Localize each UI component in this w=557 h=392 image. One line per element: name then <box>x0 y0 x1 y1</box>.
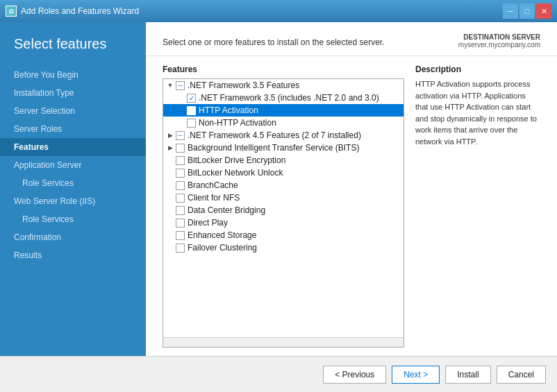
feature-label-1: .NET Framework 3.5 (includes .NET 2.0 an… <box>199 93 379 103</box>
feature-label-3: Non-HTTP Activation <box>199 118 276 128</box>
sidebar: Select features Before You BeginInstalla… <box>0 22 146 356</box>
checkbox-10[interactable] <box>176 206 185 215</box>
previous-button[interactable]: < Previous <box>323 366 386 384</box>
feature-item-1[interactable]: .NET Framework 3.5 (includes .NET 2.0 an… <box>163 92 404 104</box>
next-button[interactable]: Next > <box>392 366 440 384</box>
checkbox-8[interactable] <box>176 181 185 190</box>
checkbox-3[interactable] <box>187 119 196 128</box>
checkbox-0[interactable] <box>176 81 185 90</box>
sidebar-title: Select features <box>0 36 146 66</box>
checkbox-11[interactable] <box>176 219 185 228</box>
feature-item-3[interactable]: Non-HTTP Activation <box>163 117 404 129</box>
checkbox-4[interactable] <box>176 131 185 140</box>
sidebar-item-7[interactable]: Web Server Role (IIS) <box>0 192 146 210</box>
description-section: Description HTTP Activation supports pro… <box>415 65 540 348</box>
expand-arrow-2 <box>177 106 185 114</box>
feature-item-2[interactable]: HTTP Activation <box>163 104 404 117</box>
panel-header-right: DESTINATION SERVER myserver.mycompany.co… <box>458 33 540 49</box>
checkbox-2[interactable] <box>187 106 196 115</box>
expand-arrow-6 <box>166 156 174 164</box>
panel-header: Select one or more features to install o… <box>146 22 557 56</box>
checkbox-6[interactable] <box>176 156 185 165</box>
feature-item-11[interactable]: Direct Play <box>163 216 404 229</box>
checkbox-9[interactable] <box>176 194 185 203</box>
title-bar: ⚙ Add Roles and Features Wizard ─ □ ✕ <box>0 0 557 22</box>
features-section: Features ▼.NET Framework 3.5 Features.NE… <box>163 65 404 348</box>
footer: < Previous Next > Install Cancel <box>0 356 557 392</box>
expand-arrow-5[interactable]: ▶ <box>166 144 174 152</box>
feature-label-4: .NET Framework 4.5 Features (2 of 7 inst… <box>188 130 361 140</box>
description-label: Description <box>415 65 540 74</box>
feature-label-7: BitLocker Network Unlock <box>188 168 283 178</box>
feature-item-4[interactable]: ▶.NET Framework 4.5 Features (2 of 7 ins… <box>163 129 404 142</box>
expand-arrow-10 <box>166 206 174 214</box>
feature-label-0: .NET Framework 3.5 Features <box>188 80 299 90</box>
expand-arrow-4[interactable]: ▶ <box>166 131 174 139</box>
title-bar-left: ⚙ Add Roles and Features Wizard <box>6 6 139 17</box>
sidebar-item-10[interactable]: Results <box>0 246 146 264</box>
expand-arrow-12 <box>166 231 174 239</box>
feature-item-7[interactable]: BitLocker Network Unlock <box>163 167 404 179</box>
expand-arrow-11 <box>166 219 174 227</box>
feature-item-8[interactable]: BranchCache <box>163 179 404 191</box>
feature-label-11: Direct Play <box>188 218 228 228</box>
features-label: Features <box>163 65 404 74</box>
feature-label-13: Failover Clustering <box>188 243 257 253</box>
features-list[interactable]: ▼.NET Framework 3.5 Features.NET Framewo… <box>163 79 404 337</box>
feature-item-12[interactable]: Enhanced Storage <box>163 229 404 241</box>
sidebar-item-1[interactable]: Installation Type <box>0 84 146 102</box>
checkbox-13[interactable] <box>176 244 185 253</box>
destination-label: DESTINATION SERVER <box>458 33 540 41</box>
feature-label-10: Data Center Bridging <box>188 205 265 215</box>
horizontal-scrollbar[interactable] <box>163 337 404 347</box>
sidebar-item-4[interactable]: Features <box>0 138 146 156</box>
expand-arrow-1 <box>177 94 185 102</box>
install-button[interactable]: Install <box>445 366 490 384</box>
feature-label-8: BranchCache <box>188 180 238 190</box>
expand-arrow-0[interactable]: ▼ <box>166 81 174 90</box>
feature-label-12: Enhanced Storage <box>188 230 256 240</box>
checkbox-7[interactable] <box>176 169 185 178</box>
expand-arrow-8 <box>166 181 174 189</box>
checkbox-12[interactable] <box>176 231 185 240</box>
feature-item-6[interactable]: BitLocker Drive Encryption <box>163 154 404 167</box>
minimize-button[interactable]: ─ <box>503 3 518 19</box>
title-bar-title: Add Roles and Features Wizard <box>21 6 139 16</box>
expand-arrow-3 <box>177 119 185 127</box>
feature-label-9: Client for NFS <box>188 193 240 203</box>
sidebar-item-2[interactable]: Server Selection <box>0 102 146 120</box>
feature-label-2: HTTP Activation <box>199 105 258 115</box>
wizard-icon: ⚙ <box>6 6 17 17</box>
feature-item-10[interactable]: Data Center Bridging <box>163 204 404 216</box>
feature-label-5: Background Intelligent Transfer Service … <box>188 143 359 153</box>
checkbox-5[interactable] <box>176 144 185 153</box>
cancel-button[interactable]: Cancel <box>497 366 546 384</box>
sidebar-item-9[interactable]: Confirmation <box>0 228 146 246</box>
feature-item-0[interactable]: ▼.NET Framework 3.5 Features <box>163 79 404 92</box>
expand-arrow-7 <box>166 169 174 177</box>
expand-arrow-13 <box>166 244 174 252</box>
destination-server: myserver.mycompany.com <box>458 41 540 49</box>
maximize-button[interactable]: □ <box>519 3 535 19</box>
feature-item-13[interactable]: Failover Clustering <box>163 241 404 254</box>
features-list-container: ▼.NET Framework 3.5 Features.NET Framewo… <box>163 78 404 348</box>
panel-instruction: Select one or more features to install o… <box>163 37 385 47</box>
panel-header-left: Select one or more features to install o… <box>163 33 385 47</box>
checkbox-1[interactable] <box>187 94 196 103</box>
close-button[interactable]: ✕ <box>536 3 551 19</box>
expand-arrow-9 <box>166 194 174 202</box>
content-area: Select features Before You BeginInstalla… <box>0 22 557 356</box>
feature-label-6: BitLocker Drive Encryption <box>188 155 285 165</box>
sidebar-item-0[interactable]: Before You Begin <box>0 66 146 84</box>
sidebar-item-3[interactable]: Server Roles <box>0 120 146 138</box>
feature-item-5[interactable]: ▶Background Intelligent Transfer Service… <box>163 142 404 154</box>
description-text: HTTP Activation supports process activat… <box>415 78 540 147</box>
sidebar-item-5[interactable]: Application Server <box>0 156 146 174</box>
feature-item-9[interactable]: Client for NFS <box>163 191 404 204</box>
sidebar-item-6[interactable]: Role Services <box>0 174 146 192</box>
title-bar-buttons: ─ □ ✕ <box>503 3 551 19</box>
panel-body: Features ▼.NET Framework 3.5 Features.NE… <box>146 56 557 356</box>
sidebar-item-8[interactable]: Role Services <box>0 210 146 228</box>
main-container: Select features Before You BeginInstalla… <box>0 22 557 392</box>
main-panel: Select one or more features to install o… <box>146 22 557 356</box>
